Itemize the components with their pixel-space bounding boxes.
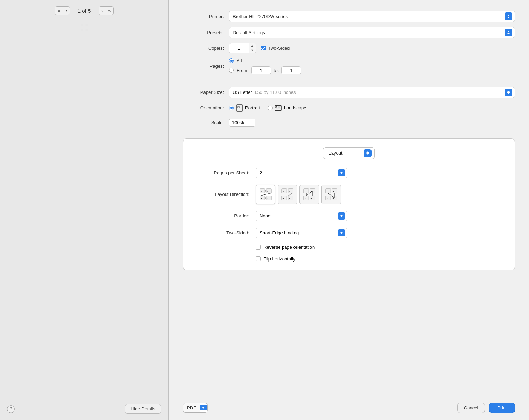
svg-text:4: 4: [283, 197, 284, 200]
first-page-button[interactable]: «: [55, 7, 63, 15]
presets-row: Presets: Default Settings: [183, 27, 515, 38]
pages-per-sheet-dropdown[interactable]: 2: [256, 168, 347, 178]
layout-dir-z[interactable]: 1 2 3 4: [256, 185, 275, 204]
landscape-option[interactable]: Landscape: [268, 104, 307, 112]
border-dropdown[interactable]: None: [256, 211, 347, 221]
svg-text:4: 4: [267, 197, 269, 200]
printer-label: Printer:: [183, 14, 229, 19]
printer-dropdown[interactable]: Brother HL-2270DW series: [229, 11, 515, 22]
prev-page-button[interactable]: ‹: [63, 7, 69, 15]
layout-direction-label: Layout Direction:: [194, 192, 256, 197]
portrait-option[interactable]: Portrait: [229, 104, 260, 112]
svg-text:1: 1: [283, 190, 284, 193]
orientation-control: Portrait Lan: [229, 104, 515, 112]
pages-from-to-row: From: 1 to: 1: [229, 66, 515, 74]
printer-row: Printer: Brother HL-2270DW series: [183, 11, 515, 22]
pdf-label: PDF: [183, 403, 200, 412]
two-sided-checkbox[interactable]: [261, 46, 266, 50]
pages-group: All From: 1 to: 1: [229, 58, 515, 74]
pages-to-input[interactable]: 1: [281, 66, 301, 74]
scale-input[interactable]: 100%: [229, 119, 255, 127]
copies-increment[interactable]: ▲: [249, 43, 256, 48]
pages-control: All From: 1 to: 1: [229, 58, 515, 74]
svg-rect-1: [238, 106, 239, 108]
paper-size-dropdown[interactable]: US Letter 8.50 by 11.00 inches: [229, 87, 515, 98]
preview-page-3: Head Page 3 of 5: [82, 29, 82, 30]
preview-page-1: 🍎MacRumors: [82, 24, 82, 25]
border-arrow: [338, 212, 345, 220]
left-panel: « ‹ 1 of 5 › » 🍎MacRumors: [0, 0, 169, 420]
svg-rect-5: [276, 106, 277, 108]
pages-per-sheet-row: Pages per Sheet: 2: [194, 168, 504, 178]
orientation-label: Orientation:: [183, 105, 229, 110]
copies-stepper-buttons: ▲ ▼: [249, 43, 256, 53]
preview-page-2: 🍎MacRumors: [87, 24, 87, 25]
help-button[interactable]: ?: [7, 405, 15, 413]
two-sided-checkbox-label[interactable]: Two-Sided: [261, 46, 290, 51]
cancel-button[interactable]: Cancel: [457, 403, 485, 413]
presets-dropdown-arrow: [505, 29, 512, 36]
pages-all-radio[interactable]: [229, 58, 234, 63]
svg-text:2: 2: [304, 197, 306, 200]
layout-direction-group: 1 2 3 4: [256, 185, 341, 204]
copies-row: Copies: 1 ▲ ▼ Two-Sided: [183, 43, 515, 53]
flip-horizontally-checkbox[interactable]: [256, 256, 261, 261]
pages-from-radio[interactable]: [229, 68, 234, 73]
svg-text:2: 2: [289, 190, 291, 193]
reverse-orientation-label: Reverse page orientation: [263, 245, 315, 250]
layout-dir-s[interactable]: 1 2 4 3: [278, 185, 297, 204]
border-row: Border: None: [194, 211, 504, 221]
nav-group-left: « ‹: [55, 6, 70, 15]
pages-per-sheet-arrow: [338, 169, 345, 176]
svg-rect-7: [278, 107, 280, 108]
scale-row: Scale: 100%: [183, 118, 515, 128]
two-sided-layout-label: Two-Sided:: [194, 230, 256, 235]
svg-rect-6: [278, 106, 281, 107]
two-sided-arrow: [338, 229, 345, 236]
scale-control: 100%: [229, 119, 515, 127]
reverse-orientation-checkbox[interactable]: [256, 245, 261, 250]
pdf-dropdown-button[interactable]: [200, 405, 207, 410]
preview-area: 🍎MacRumors: [75, 21, 94, 399]
paper-size-control: US Letter 8.50 by 11.00 inches: [229, 87, 515, 98]
paper-size-dropdown-arrow: [505, 89, 512, 96]
presets-dropdown[interactable]: Default Settings: [229, 27, 515, 38]
presets-label: Presets:: [183, 30, 229, 35]
printer-value: Brother HL-2270DW series: [233, 14, 288, 19]
page-navigation: « ‹ 1 of 5 › »: [0, 0, 168, 21]
pages-to-label: to:: [274, 68, 279, 73]
layout-dropdown[interactable]: Layout: [323, 147, 374, 159]
paper-size-row: Paper Size: US Letter 8.50 by 11.00 inch…: [183, 87, 515, 98]
flip-horizontally-row: Flip horizontally: [256, 256, 504, 262]
pages-all-row: All: [229, 58, 515, 64]
printer-control: Brother HL-2270DW series: [229, 11, 515, 22]
border-label: Border:: [194, 213, 256, 218]
two-sided-dropdown[interactable]: Short-Edge binding: [256, 228, 347, 238]
print-button[interactable]: Print: [489, 403, 515, 413]
portrait-radio[interactable]: [229, 106, 234, 110]
next-page-button[interactable]: ›: [99, 7, 106, 15]
portrait-icon: [236, 104, 243, 112]
landscape-radio[interactable]: [268, 106, 273, 110]
copies-decrement[interactable]: ▼: [249, 48, 256, 53]
svg-rect-8: [276, 108, 281, 109]
layout-dir-n-down[interactable]: 1 3 2 4: [299, 185, 319, 204]
pages-label: Pages:: [183, 64, 229, 69]
right-panel-wrapper: Printer: Brother HL-2270DW series Preset…: [169, 0, 529, 420]
last-page-button[interactable]: »: [106, 7, 113, 15]
nav-group-right: › »: [99, 6, 114, 15]
bottom-left-bar: ? Hide Details: [0, 399, 168, 420]
pages-from-input[interactable]: 1: [251, 66, 271, 74]
presets-value: Default Settings: [233, 30, 265, 35]
copies-stepper: 1 ▲ ▼: [229, 43, 256, 53]
copies-label: Copies:: [183, 46, 229, 51]
preview-pages: 🍎MacRumors: [82, 24, 87, 30]
bottom-bar: PDF Cancel Print: [169, 397, 529, 420]
two-sided-label: Two-Sided: [268, 46, 290, 51]
copies-input[interactable]: 1: [229, 44, 249, 52]
layout-dir-n-up[interactable]: 1 3 2 4: [321, 185, 341, 204]
layout-direction-row: Layout Direction: 1 2 3 4: [194, 185, 504, 204]
hide-details-button[interactable]: Hide Details: [125, 404, 161, 414]
landscape-icon: [275, 104, 282, 112]
form-divider-1: [183, 83, 515, 83]
